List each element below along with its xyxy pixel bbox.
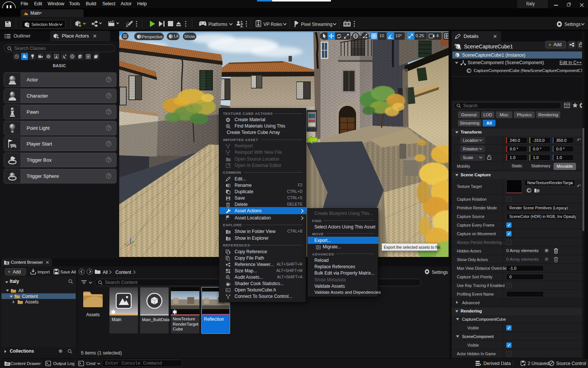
- svg-text:x: x: [124, 242, 126, 246]
- svg-text:y: y: [134, 243, 136, 247]
